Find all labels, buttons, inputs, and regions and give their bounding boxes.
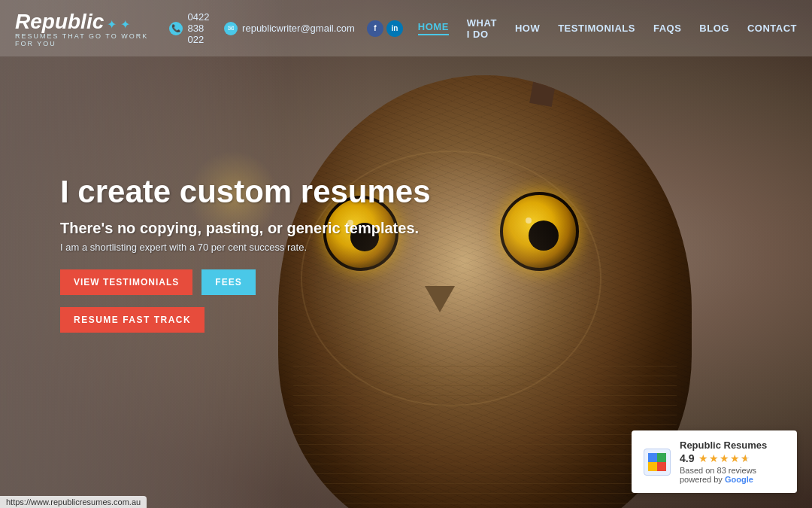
hero-description: I am a shortlisting expert with a 70 per…: [60, 242, 431, 253]
google-label: Google: [725, 475, 753, 484]
email-icon: ✉: [224, 22, 238, 35]
social-icons: f in: [367, 20, 403, 37]
nav-how[interactable]: HOW: [515, 23, 540, 34]
url-bar: https://www.republicresumes.com.au: [0, 496, 147, 508]
review-score: 4.9: [680, 452, 694, 464]
star-rating: ★ ★ ★ ★ ★★: [698, 452, 750, 464]
nav-contact[interactable]: CONTACT: [747, 23, 797, 34]
logo-area[interactable]: Republic ✦ ✦ RESUMES THAT GO TO WORK FOR…: [15, 10, 169, 47]
svg-rect-2: [648, 462, 657, 471]
star-1: ★: [698, 452, 708, 464]
view-testimonials-button[interactable]: VIEW TESTIMONIALS: [60, 269, 192, 295]
review-company-name: Republic Resumes: [680, 440, 767, 451]
logo-republic: Republic: [15, 10, 104, 34]
logo-star-decoration: ✦ ✦: [107, 17, 129, 32]
email-address: republicwriter@gmail.com: [242, 23, 355, 34]
review-count: Based on 83 reviews: [680, 466, 767, 475]
svg-rect-3: [657, 462, 666, 471]
svg-rect-1: [657, 453, 666, 462]
star-2: ★: [709, 452, 719, 464]
star-5-half: ★★: [741, 452, 750, 464]
nav-faqs[interactable]: FAQS: [653, 23, 681, 34]
star-4: ★: [730, 452, 740, 464]
logo: Republic ✦ ✦ RESUMES THAT GO TO WORK FOR…: [15, 10, 169, 47]
phone-icon: 📞: [169, 22, 183, 35]
resume-fast-track-button[interactable]: RESUME FAST TRACK: [60, 307, 205, 333]
review-powered: powered by Google: [680, 475, 767, 484]
nav-home[interactable]: HOME: [418, 21, 449, 35]
header: Republic ✦ ✦ RESUMES THAT GO TO WORK FOR…: [0, 0, 812, 56]
top-contact-bar: 📞 0422 838 022 ✉ republicwriter@gmail.co…: [169, 11, 402, 45]
logo-tagline: RESUMES THAT GO TO WORK FOR YOU: [15, 32, 169, 47]
email-contact[interactable]: ✉ republicwriter@gmail.com: [224, 22, 355, 35]
svg-rect-0: [648, 453, 657, 462]
linkedin-icon[interactable]: in: [386, 20, 403, 37]
nav-what-i-do[interactable]: WHAT I DO: [467, 17, 497, 40]
hero-subtitle: There's no copying, pasting, or generic …: [60, 220, 431, 237]
main-nav: HOME WHAT I DO HOW TESTIMONIALS FAQS BLO…: [418, 17, 797, 40]
star-3: ★: [720, 452, 729, 464]
nav-testimonials[interactable]: TESTIMONIALS: [558, 23, 635, 34]
hero-button-row-1: VIEW TESTIMONIALS FEES: [60, 269, 431, 295]
review-rating-row: 4.9 ★ ★ ★ ★ ★★: [680, 452, 767, 464]
phone-contact[interactable]: 📞 0422 838 022: [169, 11, 212, 45]
hero-title: I create custom resumes: [60, 173, 431, 211]
hero-button-row-2: RESUME FAST TRACK: [60, 307, 431, 333]
phone-number: 0422 838 022: [187, 11, 212, 45]
review-logo: [644, 449, 671, 476]
facebook-icon[interactable]: f: [367, 20, 383, 37]
nav-blog[interactable]: BLOG: [699, 23, 729, 34]
fees-button[interactable]: FEES: [201, 269, 255, 295]
review-widget: Republic Resumes 4.9 ★ ★ ★ ★ ★★ Based on…: [632, 430, 797, 493]
hero-content: I create custom resumes There's no copyi…: [60, 173, 431, 333]
review-info: Republic Resumes 4.9 ★ ★ ★ ★ ★★ Based on…: [680, 440, 767, 484]
